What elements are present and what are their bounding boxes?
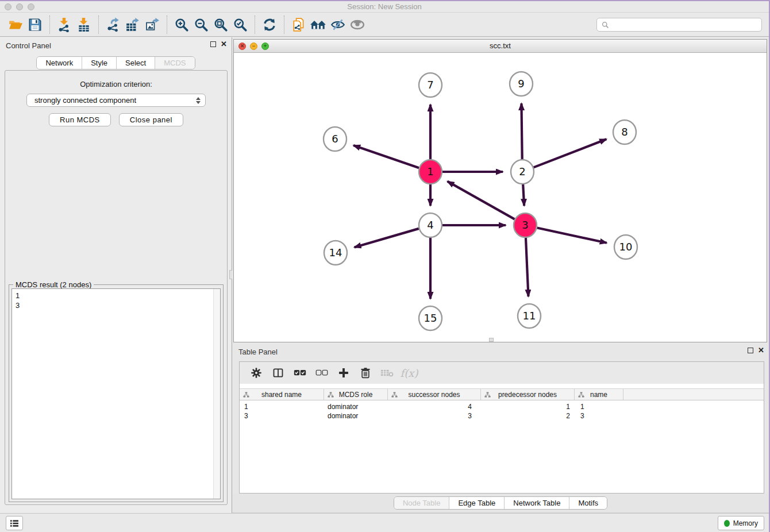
- graph-node-7[interactable]: 7: [419, 73, 442, 97]
- fit-content-button[interactable]: [211, 15, 230, 34]
- tab-style[interactable]: Style: [82, 57, 117, 69]
- window-titlebar: Session: New Session: [0, 1, 769, 13]
- tab-network[interactable]: Network: [37, 57, 82, 69]
- edge-3-10[interactable]: [537, 228, 607, 242]
- first-neighbors-button[interactable]: [309, 15, 328, 34]
- graph-node-6[interactable]: 6: [324, 127, 346, 151]
- graph-node-10[interactable]: 10: [614, 235, 637, 259]
- tab-edge-table[interactable]: Edge Table: [449, 497, 505, 509]
- export-image-button[interactable]: [143, 15, 162, 34]
- network-graph[interactable]: 7968124314101511: [234, 53, 767, 342]
- tab-select[interactable]: Select: [117, 57, 155, 69]
- tab-mcds[interactable]: MCDS: [155, 57, 194, 69]
- svg-text:15: 15: [424, 312, 437, 324]
- add-column-button[interactable]: [334, 364, 353, 381]
- duplicate-network-button[interactable]: [289, 15, 309, 34]
- sort-column-icon: [243, 392, 249, 398]
- table-cell: 3: [388, 411, 481, 421]
- tab-node-table[interactable]: Node Table: [394, 497, 450, 509]
- search-field[interactable]: [596, 18, 762, 32]
- delete-column-button[interactable]: [356, 364, 375, 381]
- close-table-panel-icon[interactable]: ✕: [758, 348, 764, 353]
- graph-node-8[interactable]: 8: [613, 120, 636, 144]
- node-table-widget: f(x) shared nameMCDS rolesuccessor nodes…: [239, 361, 764, 494]
- search-icon: [602, 21, 609, 29]
- float-table-panel-icon[interactable]: [748, 348, 753, 353]
- graph-node-9[interactable]: 9: [510, 72, 533, 96]
- export-table-button[interactable]: [123, 15, 143, 34]
- export-network-button[interactable]: [103, 15, 123, 34]
- column-label: successor nodes: [408, 391, 460, 399]
- edge-2-8[interactable]: [534, 139, 607, 167]
- graph-node-1[interactable]: 1: [419, 160, 442, 184]
- zoom-selected-icon: [233, 17, 248, 32]
- graph-node-11[interactable]: 11: [518, 304, 541, 328]
- table-row[interactable]: 3dominator323: [240, 411, 764, 421]
- svg-text:9: 9: [518, 78, 524, 90]
- deselect-all-button[interactable]: [312, 364, 332, 381]
- svg-text:4: 4: [427, 219, 433, 231]
- zoom-in-button[interactable]: [172, 15, 191, 34]
- table-settings-button[interactable]: [247, 364, 266, 381]
- delete-table-button[interactable]: [378, 364, 397, 381]
- column-header-predecessor-nodes[interactable]: predecessor nodes: [481, 389, 575, 400]
- svg-text:8: 8: [621, 126, 627, 138]
- edge-4-14[interactable]: [355, 229, 419, 248]
- network-canvas[interactable]: 7968124314101511: [234, 53, 767, 342]
- control-panel-title: Control Panel: [6, 41, 51, 50]
- column-header-shared-name[interactable]: shared name: [240, 389, 324, 400]
- table-tabs-strip: Node TableEdge TableNetwork TableMotifs: [232, 494, 769, 513]
- window-title: Session: New Session: [0, 2, 769, 11]
- import-table-button[interactable]: [74, 15, 94, 34]
- edge-2-3[interactable]: [523, 184, 524, 206]
- zoom-selected-button[interactable]: [230, 15, 250, 34]
- table-row[interactable]: 1dominator411: [240, 402, 764, 411]
- graph-node-3[interactable]: 3: [514, 213, 537, 237]
- graph-node-2[interactable]: 2: [511, 160, 534, 184]
- edge-3-1[interactable]: [448, 182, 515, 219]
- table-cell: dominator: [324, 402, 388, 411]
- edge-1-6[interactable]: [353, 145, 419, 168]
- graph-node-15[interactable]: 15: [419, 306, 442, 330]
- checked-boxes-icon: [294, 368, 306, 377]
- tab-network-table[interactable]: Network Table: [505, 497, 569, 509]
- graph-node-14[interactable]: 14: [324, 241, 347, 265]
- run-mcds-button[interactable]: Run MCDS: [49, 113, 111, 126]
- network-window-titlebar[interactable]: ✕ − + scc.txt: [234, 40, 767, 53]
- column-header-name[interactable]: name: [575, 389, 623, 400]
- split-pane-grip[interactable]: [489, 338, 494, 342]
- open-file-button[interactable]: [6, 15, 25, 34]
- optimization-criterion-dropdown[interactable]: strongly connected component: [26, 94, 206, 107]
- show-panels-button[interactable]: [6, 516, 23, 530]
- edge-3-11[interactable]: [526, 237, 529, 296]
- refresh-view-button[interactable]: [260, 15, 279, 34]
- duplicate-network-icon: [291, 17, 306, 32]
- zoom-out-button[interactable]: [191, 15, 211, 34]
- close-panel-icon[interactable]: ✕: [221, 41, 227, 47]
- result-scrollbar[interactable]: [213, 289, 220, 499]
- mcds-result-groupbox: MCDS result (2 nodes) 1 3: [9, 284, 224, 502]
- function-builder-button[interactable]: f(x): [399, 364, 419, 381]
- graph-node-4[interactable]: 4: [419, 213, 442, 237]
- split-panel-button[interactable]: [268, 364, 288, 381]
- select-all-button[interactable]: [290, 364, 310, 381]
- control-panel-tabs: NetworkStyleSelectMCDS: [0, 56, 232, 70]
- toolbar-separator: [98, 16, 99, 34]
- column-header-MCDS-role[interactable]: MCDS role: [324, 389, 388, 400]
- sort-column-icon: [391, 392, 398, 398]
- memory-button[interactable]: Memory: [718, 516, 764, 530]
- bird-eye-view-button[interactable]: [348, 15, 367, 34]
- mcds-result-textarea[interactable]: 1 3: [11, 288, 221, 499]
- import-network-button[interactable]: [55, 15, 74, 34]
- split-panel-icon: [272, 367, 284, 379]
- edge-2-9[interactable]: [521, 103, 522, 160]
- save-session-button[interactable]: [25, 15, 45, 34]
- close-panel-button[interactable]: Close panel: [119, 113, 183, 126]
- hide-graphics-details-button[interactable]: [328, 15, 348, 34]
- float-panel-icon[interactable]: [210, 41, 216, 47]
- column-header-successor-nodes[interactable]: successor nodes: [388, 389, 481, 400]
- toolbar-separator: [167, 16, 167, 34]
- search-input[interactable]: [613, 21, 757, 29]
- toolbar-separator: [284, 16, 284, 34]
- tab-motifs[interactable]: Motifs: [569, 497, 607, 509]
